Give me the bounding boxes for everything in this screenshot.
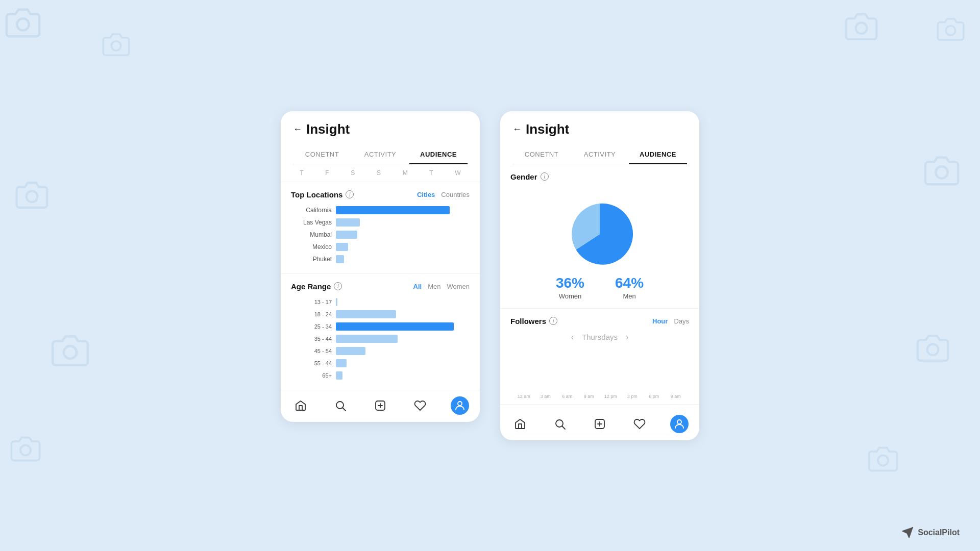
bar-row-phuket: Phuket (291, 255, 470, 263)
age-toggle-group: All Men Women (413, 283, 470, 290)
toggle-hour[interactable]: Hour (652, 317, 668, 325)
age-range-info-icon: i (334, 282, 342, 290)
svg-point-5 (856, 22, 867, 34)
age-row-25-34: 25 - 34 (291, 322, 470, 331)
toggle-countries[interactable]: Countries (441, 191, 470, 198)
age-range-title: Age Range (291, 282, 331, 291)
followers-section: Followers i Hour Days ‹ Thursdays › (500, 309, 699, 404)
top-locations-title: Top Locations (291, 190, 342, 199)
svg-point-3 (64, 346, 77, 359)
right-tabs-row: CONETNT ACTIVITY AUDIENCE (512, 145, 687, 164)
label-3am: 3 am (536, 394, 555, 399)
svg-line-17 (562, 426, 566, 429)
top-locations-title-row: Top Locations i (291, 190, 354, 199)
top-locations-section: Top Locations i Cities Countries Califor… (281, 182, 480, 273)
men-label: Men (615, 292, 644, 300)
gender-info-icon: i (541, 172, 549, 181)
bar-row-california: California (291, 206, 470, 214)
nav-home-right[interactable] (511, 415, 529, 433)
label-9am: 9 am (580, 394, 599, 399)
svg-point-21 (677, 420, 681, 424)
socialpilot-branding: SocialPilot (901, 527, 960, 539)
socialpilot-logo-icon (901, 527, 914, 539)
age-range-title-row: Age Range i (291, 282, 342, 291)
label-12am: 12 am (514, 394, 533, 399)
current-day-label: Thursdays (582, 333, 618, 341)
tab-conetnt-left[interactable]: CONETNT (293, 145, 351, 164)
tab-audience-left[interactable]: AUDIENCE (409, 145, 468, 164)
svg-point-9 (878, 456, 888, 466)
women-label: Women (556, 292, 584, 300)
nav-heart-right[interactable] (630, 415, 649, 433)
nav-search-right[interactable] (551, 415, 569, 433)
toggle-days[interactable]: Days (674, 317, 689, 325)
nav-home-left[interactable] (291, 396, 310, 415)
locations-toggle-group: Cities Countries (417, 191, 470, 198)
top-locations-header: Top Locations i Cities Countries (291, 190, 470, 199)
gender-title: Gender (510, 172, 537, 181)
gender-title-row: Gender i (510, 172, 549, 181)
gender-header: Gender i (510, 172, 689, 181)
left-card-title: Insight (306, 121, 350, 137)
day-t1: T (300, 169, 303, 177)
svg-line-11 (343, 408, 346, 411)
label-3pm: 3 pm (623, 394, 642, 399)
toggle-cities[interactable]: Cities (417, 191, 435, 198)
day-row-left: T F S S M T W (281, 164, 480, 182)
followers-bars (514, 351, 685, 392)
followers-nav: ‹ Thursdays › (510, 333, 689, 342)
men-percentage: 64% (615, 275, 644, 291)
svg-point-15 (458, 402, 462, 406)
women-stat: 36% Women (556, 275, 584, 300)
svg-point-4 (20, 445, 31, 456)
followers-toggle-group: Hour Days (652, 317, 689, 325)
followers-info-icon: i (549, 317, 557, 325)
tab-activity-right[interactable]: ACTIVITY (571, 145, 629, 164)
svg-point-2 (27, 191, 38, 202)
right-back-arrow[interactable]: ← (512, 124, 522, 135)
day-s2: S (377, 169, 381, 177)
svg-point-6 (946, 26, 955, 35)
gender-pie-chart (559, 193, 641, 275)
nav-profile-right[interactable] (670, 415, 689, 433)
left-bottom-nav (281, 390, 480, 422)
nav-next-day[interactable]: › (626, 333, 628, 342)
label-6am: 6 am (558, 394, 577, 399)
tab-conetnt-right[interactable]: CONETNT (512, 145, 571, 164)
age-row-13-17: 13 - 17 (291, 298, 470, 306)
age-range-header: Age Range i All Men Women (291, 282, 470, 291)
nav-add-right[interactable] (591, 415, 609, 433)
svg-point-7 (936, 166, 947, 178)
right-card-title: Insight (526, 121, 569, 137)
age-row-45-54: 45 - 54 (291, 347, 470, 355)
right-bottom-nav (500, 404, 699, 440)
bar-labels-row: 12 am 3 am 6 am 9 am 12 pm 3 pm 6 pm 9 a… (514, 394, 685, 399)
nav-heart-left[interactable] (411, 396, 429, 415)
age-row-18-24: 18 - 24 (291, 310, 470, 318)
socialpilot-name: SocialPilot (918, 528, 960, 537)
bar-row-mexico: Mexico (291, 243, 470, 251)
tab-activity-left[interactable]: ACTIVITY (351, 145, 409, 164)
svg-point-1 (111, 41, 120, 51)
nav-profile-left[interactable] (451, 396, 469, 415)
toggle-women[interactable]: Women (447, 283, 470, 290)
nav-prev-day[interactable]: ‹ (571, 333, 574, 342)
followers-chart-container: 12 am 3 am 6 am 9 am 12 pm 3 pm 6 pm 9 a… (510, 347, 689, 399)
gender-stats: 36% Women 64% Men (556, 275, 644, 300)
left-back-arrow[interactable]: ← (293, 124, 302, 135)
toggle-men[interactable]: Men (428, 283, 440, 290)
toggle-all[interactable]: All (413, 283, 422, 290)
age-range-section: Age Range i All Men Women 13 - 17 (281, 274, 480, 390)
gender-chart-container: 36% Women 64% Men (510, 188, 689, 308)
men-stat: 64% Men (615, 275, 644, 300)
women-percentage: 36% (556, 275, 584, 291)
tab-audience-right[interactable]: AUDIENCE (629, 145, 687, 164)
nav-add-left[interactable] (371, 396, 389, 415)
left-phone-card: ← Insight CONETNT ACTIVITY AUDIENCE T F … (281, 111, 480, 422)
age-row-35-44: 35 - 44 (291, 335, 470, 343)
nav-search-left[interactable] (331, 396, 350, 415)
label-9am-2: 9 am (667, 394, 685, 399)
right-phone-card: ← Insight CONETNT ACTIVITY AUDIENCE Gend… (500, 111, 699, 440)
day-t2: T (429, 169, 433, 177)
label-12pm: 12 pm (601, 394, 620, 399)
